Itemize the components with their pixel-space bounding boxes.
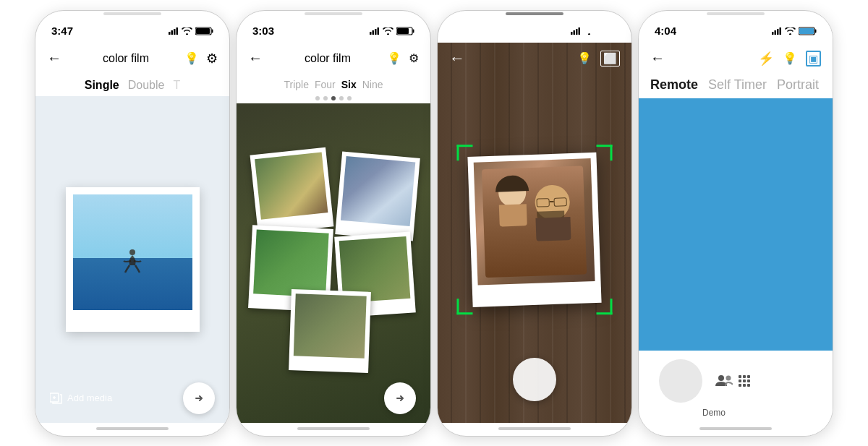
main-content-3: ← 💡 ⬜ [438, 43, 631, 423]
back-button-4[interactable]: ← [650, 50, 665, 67]
nav-bar-2: ← color film 💡 ⚙ [237, 43, 430, 74]
svg-rect-19 [579, 27, 581, 35]
dot-1 [315, 96, 320, 100]
svg-rect-22 [614, 29, 616, 33]
demo-icons-row [715, 374, 753, 387]
svg-rect-21 [598, 28, 605, 34]
diver-silhouette [122, 249, 142, 278]
battery-icon-3 [597, 27, 616, 35]
status-time-3: 9:41 [454, 25, 475, 37]
segment-triple[interactable]: Triple [284, 79, 309, 90]
square-icon-3[interactable]: ⬜ [600, 51, 620, 67]
shutter-button-3[interactable] [513, 358, 556, 401]
phone4-bottom-area: Demo [639, 351, 833, 436]
collage-photo-1 [250, 147, 334, 233]
nav-title-1: color film [67, 52, 184, 65]
wifi-icon-2 [383, 27, 393, 35]
nav-icons-1: 💡 ⚙ [184, 51, 218, 67]
status-time-1: 3:47 [51, 25, 73, 37]
svg-rect-9 [370, 32, 372, 35]
scan-overlay [464, 152, 605, 307]
status-time-4: 4:04 [655, 25, 676, 37]
battery-icon-4 [799, 27, 817, 35]
wifi-icon-3 [584, 27, 595, 35]
svg-rect-35 [739, 379, 741, 382]
svg-rect-0 [169, 32, 171, 35]
status-bar-4: 4:04 [639, 17, 833, 43]
svg-rect-18 [576, 29, 578, 35]
demo-label: Demo [702, 408, 726, 418]
svg-rect-37 [747, 379, 750, 382]
back-button-1[interactable]: ← [47, 50, 61, 67]
segment-double[interactable]: Double [128, 79, 165, 92]
home-indicator-1 [96, 427, 169, 430]
people-icon-4[interactable] [715, 374, 733, 387]
scan-corner-tr [597, 145, 613, 160]
bulb-icon-4[interactable]: 💡 [783, 51, 797, 65]
phone-3: 9:41 [437, 10, 632, 437]
main-content-1: Add media [35, 96, 229, 423]
segment-nine[interactable]: Nine [362, 79, 383, 90]
dot-4 [339, 96, 344, 100]
mode-segment-row: Remote Self Timer Portrait [639, 74, 833, 98]
mode-remote[interactable]: Remote [650, 77, 698, 93]
back-button-2[interactable]: ← [248, 50, 263, 67]
add-media-button[interactable]: Add media [50, 392, 112, 405]
next-button-1[interactable] [183, 382, 215, 414]
svg-rect-16 [571, 32, 573, 35]
status-icons-2 [370, 27, 414, 35]
nav-bar-3: ← 💡 ⬜ [438, 43, 631, 74]
svg-rect-32 [739, 375, 741, 378]
bulb-icon-2[interactable]: 💡 [387, 51, 401, 65]
svg-rect-24 [775, 30, 777, 35]
svg-rect-29 [815, 29, 817, 33]
dots-row-2 [237, 95, 430, 103]
segment-triple-partial[interactable]: T [173, 79, 180, 92]
dot-2 [323, 96, 328, 100]
bottom-toolbar-1: Add media [35, 374, 229, 423]
svg-point-7 [129, 249, 135, 255]
arrow-right-icon-1 [193, 393, 205, 404]
grid-icon-4[interactable] [739, 375, 753, 387]
wifi-icon-4 [785, 27, 796, 35]
nav-bar-4: ← ⚡ 💡 ▣ [639, 43, 833, 74]
svg-point-30 [718, 375, 724, 381]
svg-rect-1 [171, 30, 174, 35]
status-bar-1: 3:47 [35, 17, 229, 43]
adjust-icon-1[interactable]: ⚙ [206, 51, 218, 67]
polaroid-frame-1 [66, 187, 200, 332]
signal-icon-1 [169, 27, 179, 35]
scan-corner-br [597, 299, 613, 314]
phone4-action-icons [715, 374, 753, 387]
svg-rect-3 [176, 27, 179, 35]
svg-rect-10 [373, 30, 375, 35]
svg-rect-33 [743, 375, 746, 378]
nav-bar-1: ← color film 💡 ⚙ [35, 43, 229, 74]
collage-grid [250, 151, 417, 375]
flash-icon-4[interactable]: ⚡ [758, 51, 774, 67]
bulb-icon-1[interactable]: 💡 [184, 51, 199, 65]
next-button-2[interactable] [384, 382, 416, 414]
svg-rect-28 [799, 28, 814, 34]
segment-four[interactable]: Four [315, 79, 336, 90]
adjust-icon-2[interactable]: ⚙ [409, 51, 419, 65]
svg-rect-5 [196, 28, 210, 34]
bulb-icon-3[interactable]: 💡 [577, 51, 592, 65]
status-time-2: 3:03 [252, 25, 274, 37]
mode-portrait[interactable]: Portrait [777, 77, 819, 93]
dot-5 [347, 96, 352, 100]
screen-icon-4[interactable]: ▣ [806, 51, 821, 67]
add-media-icon [50, 392, 63, 405]
signal-icon-3 [571, 27, 581, 35]
svg-rect-34 [747, 375, 750, 378]
segment-single[interactable]: Single [85, 79, 119, 92]
phone-4: 4:04 [638, 10, 833, 437]
segment-six[interactable]: Six [341, 79, 357, 90]
svg-rect-15 [413, 29, 414, 33]
back-button-3[interactable]: ← [449, 49, 465, 68]
mode-selftimer[interactable]: Self Timer [708, 77, 767, 93]
status-bar-3: 9:41 [438, 17, 631, 43]
shutter-button-4[interactable] [659, 359, 702, 403]
home-indicator-3 [498, 427, 571, 430]
svg-rect-2 [174, 29, 176, 35]
